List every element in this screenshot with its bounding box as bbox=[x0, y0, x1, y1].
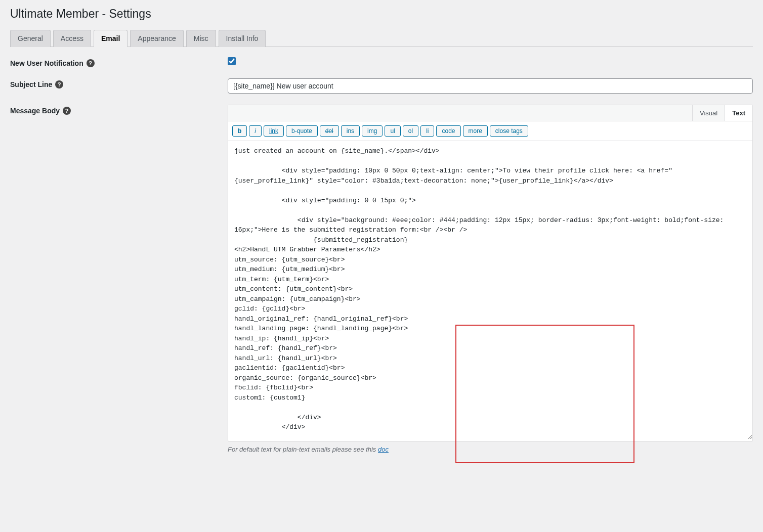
field-new-user-notification bbox=[228, 57, 753, 67]
qt-close-tags-button[interactable]: close tags bbox=[490, 125, 528, 137]
page-title: Ultimate Member - Settings bbox=[10, 7, 753, 21]
tab-misc[interactable]: Misc bbox=[186, 30, 216, 47]
helper-doc-link[interactable]: doc bbox=[378, 446, 389, 453]
editor-tab-visual[interactable]: Visual bbox=[692, 105, 725, 121]
field-subject-line bbox=[228, 78, 753, 94]
row-message-body: Message Body ? Visual Text b i link b-qu… bbox=[10, 105, 753, 453]
row-subject-line: Subject Line ? bbox=[10, 78, 753, 94]
label-text: New User Notification bbox=[10, 59, 83, 67]
label-message-body: Message Body ? bbox=[10, 105, 228, 115]
label-text: Subject Line bbox=[10, 80, 52, 88]
qt-del-button[interactable]: del bbox=[320, 125, 339, 137]
tab-install-info[interactable]: Install Info bbox=[219, 30, 266, 47]
settings-tabs: General Access Email Appearance Misc Ins… bbox=[10, 30, 753, 47]
tab-access[interactable]: Access bbox=[53, 30, 91, 47]
subject-line-input[interactable] bbox=[228, 78, 753, 94]
field-message-body: Visual Text b i link b-quote del ins img… bbox=[228, 105, 753, 453]
qt-bquote-button[interactable]: b-quote bbox=[286, 125, 318, 137]
tab-general[interactable]: General bbox=[10, 30, 51, 47]
row-new-user-notification: New User Notification ? bbox=[10, 57, 753, 67]
label-subject-line: Subject Line ? bbox=[10, 78, 228, 88]
help-icon[interactable]: ? bbox=[55, 80, 63, 88]
qt-more-button[interactable]: more bbox=[463, 125, 488, 137]
label-new-user-notification: New User Notification ? bbox=[10, 57, 228, 67]
editor-mode-tabs: Visual Text bbox=[228, 105, 752, 121]
qt-italic-button[interactable]: i bbox=[249, 125, 262, 137]
qt-li-button[interactable]: li bbox=[420, 125, 434, 137]
quicktags-toolbar: b i link b-quote del ins img ul ol li co… bbox=[228, 121, 752, 141]
editor-tab-text[interactable]: Text bbox=[725, 105, 752, 121]
qt-bold-button[interactable]: b bbox=[232, 125, 247, 137]
label-text: Message Body bbox=[10, 107, 60, 115]
qt-code-button[interactable]: code bbox=[436, 125, 460, 137]
new-user-notification-checkbox[interactable] bbox=[228, 57, 236, 65]
qt-ins-button[interactable]: ins bbox=[341, 125, 360, 137]
qt-ol-button[interactable]: ol bbox=[403, 125, 418, 137]
qt-link-button[interactable]: link bbox=[264, 125, 284, 137]
qt-ul-button[interactable]: ul bbox=[385, 125, 400, 137]
editor-wrap: Visual Text b i link b-quote del ins img… bbox=[228, 105, 753, 441]
helper-text-label: For default text for plain-text emails p… bbox=[228, 446, 378, 453]
qt-img-button[interactable]: img bbox=[362, 125, 383, 137]
tab-email[interactable]: Email bbox=[94, 30, 128, 47]
tab-appearance[interactable]: Appearance bbox=[130, 30, 184, 47]
message-body-textarea[interactable] bbox=[228, 141, 752, 439]
helper-text: For default text for plain-text emails p… bbox=[228, 446, 753, 453]
help-icon[interactable]: ? bbox=[87, 59, 95, 67]
help-icon[interactable]: ? bbox=[63, 107, 71, 115]
